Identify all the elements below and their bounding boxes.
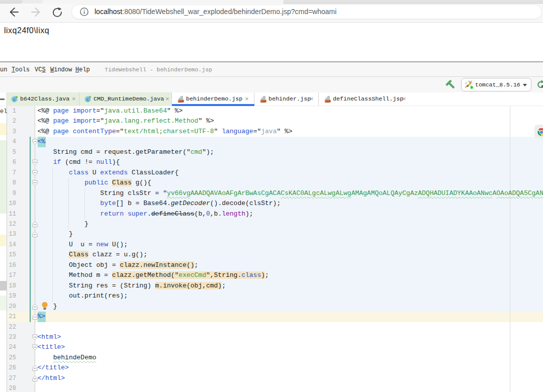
svg-text:JSP: JSP [325, 100, 330, 103]
svg-text:JSP: JSP [178, 100, 184, 103]
svg-text:c: c [13, 97, 16, 103]
svg-text:JSP: JSP [260, 100, 266, 103]
svg-text:c: c [86, 97, 89, 103]
